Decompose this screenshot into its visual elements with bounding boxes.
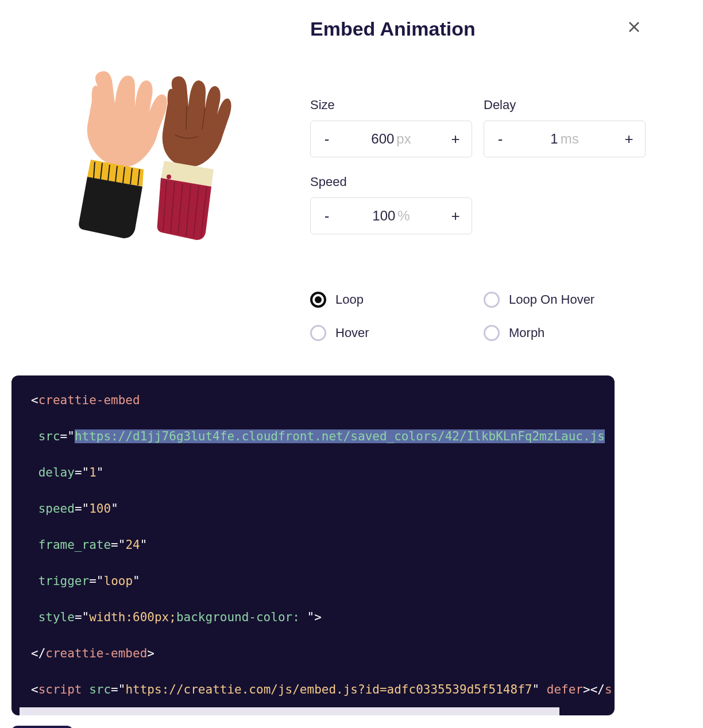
close-icon bbox=[627, 20, 641, 34]
svg-line-7 bbox=[186, 106, 187, 129]
radio-icon bbox=[484, 325, 500, 341]
speed-value: 100% bbox=[343, 208, 439, 224]
trigger-morph[interactable]: Morph bbox=[484, 325, 646, 341]
svg-point-9 bbox=[167, 175, 171, 179]
speed-decrement[interactable]: - bbox=[311, 198, 343, 234]
radio-icon bbox=[310, 325, 326, 341]
delay-decrement[interactable]: - bbox=[484, 121, 516, 157]
speed-increment[interactable]: + bbox=[439, 198, 472, 234]
delay-value: 1ms bbox=[516, 131, 613, 147]
size-decrement[interactable]: - bbox=[311, 121, 343, 157]
speed-label: Speed bbox=[310, 175, 472, 189]
radio-icon bbox=[484, 292, 500, 308]
size-value: 600px bbox=[343, 131, 439, 147]
radio-icon bbox=[310, 292, 326, 308]
high-five-illustration bbox=[52, 69, 247, 247]
trigger-loop[interactable]: Loop bbox=[310, 292, 472, 308]
delay-increment[interactable]: + bbox=[613, 121, 645, 157]
embed-code-block[interactable]: <creattie-embed src="https://d1jj76g3lut… bbox=[11, 375, 615, 715]
close-button[interactable] bbox=[623, 17, 646, 40]
size-label: Size bbox=[310, 98, 472, 113]
animation-preview bbox=[11, 17, 287, 341]
size-increment[interactable]: + bbox=[439, 121, 472, 157]
speed-stepper[interactable]: - 100% + bbox=[310, 198, 472, 234]
copy-button[interactable]: Copy bbox=[11, 726, 73, 729]
page-title: Embed Animation bbox=[310, 18, 476, 40]
trigger-hover[interactable]: Hover bbox=[310, 325, 472, 341]
trigger-loop-on-hover[interactable]: Loop On Hover bbox=[484, 292, 646, 308]
horizontal-scrollbar[interactable] bbox=[20, 707, 559, 715]
delay-label: Delay bbox=[484, 98, 646, 113]
size-stepper[interactable]: - 600px + bbox=[310, 121, 472, 157]
delay-stepper[interactable]: - 1ms + bbox=[484, 121, 646, 157]
